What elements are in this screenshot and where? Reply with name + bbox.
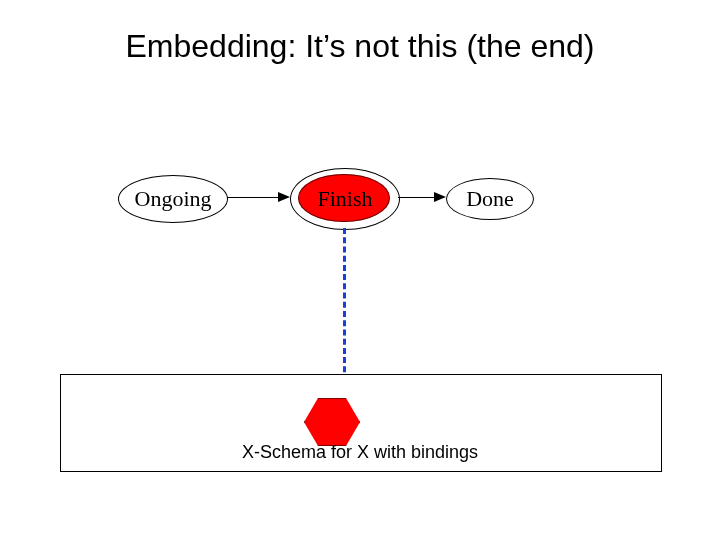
diagram-canvas: Embedding: It’s not this (the end) Ongoi…: [0, 0, 720, 540]
state-finish: Finish: [290, 168, 400, 230]
arrow-finish-to-done: [398, 197, 434, 198]
arrow-ongoing-to-finish: [226, 197, 278, 198]
slide-title: Embedding: It’s not this (the end): [0, 28, 720, 65]
state-done: Done: [446, 178, 534, 220]
arrowhead-icon: [278, 192, 290, 202]
state-ongoing: Ongoing: [118, 175, 228, 223]
arrowhead-icon: [434, 192, 446, 202]
state-label: Done: [466, 186, 514, 212]
state-label: Ongoing: [135, 186, 212, 212]
state-label: Finish: [317, 186, 372, 212]
xschema-caption: X-Schema for X with bindings: [60, 442, 660, 463]
